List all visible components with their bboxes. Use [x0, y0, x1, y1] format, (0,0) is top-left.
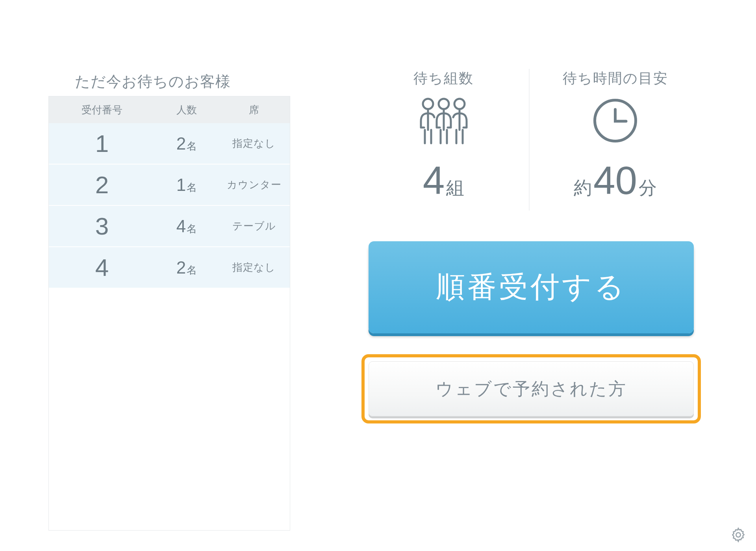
stat-wait-prefix: 約 — [574, 176, 592, 200]
row-count: 2名 — [155, 258, 218, 277]
stat-groups: 待ち組数 4 — [358, 69, 530, 211]
header-count: 人数 — [155, 103, 218, 117]
svg-point-2 — [454, 99, 465, 109]
stats-panel: 待ち組数 4 — [358, 69, 701, 211]
row-number: 3 — [49, 212, 155, 240]
stat-wait-value: 約 40 分 — [574, 158, 657, 203]
svg-point-0 — [423, 99, 433, 109]
row-count: 2名 — [155, 134, 218, 153]
header-number: 受付番号 — [49, 103, 155, 117]
waitlist-row: 34名テーブル — [49, 206, 290, 247]
waitlist-header: 受付番号 人数 席 — [49, 96, 290, 123]
web-reservation-frame: ウェブで予約された方 — [361, 354, 701, 423]
people-icon — [412, 96, 475, 145]
stat-wait-unit: 分 — [639, 176, 657, 200]
row-seat: カウンター — [218, 178, 290, 192]
row-seat: テーブル — [218, 219, 290, 233]
waitlist-row: 12名指定なし — [49, 123, 290, 165]
row-number: 4 — [49, 253, 155, 281]
stat-wait-label: 待ち時間の目安 — [563, 69, 668, 88]
row-seat: 指定なし — [218, 261, 290, 274]
settings-icon[interactable] — [730, 527, 747, 543]
web-reservation-button[interactable]: ウェブで予約された方 — [369, 361, 694, 416]
waitlist-row: 42名指定なし — [49, 247, 290, 288]
svg-point-1 — [439, 99, 449, 109]
row-number: 2 — [49, 171, 155, 199]
row-count: 1名 — [155, 175, 218, 195]
stat-groups-label: 待ち組数 — [413, 69, 474, 88]
stat-wait-time: 待ち時間の目安 約 40 分 — [530, 69, 701, 211]
waitlist-row: 21名カウンター — [49, 165, 290, 206]
clock-icon — [591, 96, 640, 145]
row-seat: 指定なし — [218, 137, 290, 150]
waitlist-table: 受付番号 人数 席 12名指定なし21名カウンター34名テーブル42名指定なし — [48, 96, 290, 531]
header-seat: 席 — [218, 103, 290, 117]
svg-point-4 — [736, 533, 740, 537]
take-ticket-button[interactable]: 順番受付する — [369, 241, 694, 333]
stat-groups-value: 4 組 — [423, 158, 465, 203]
stat-groups-number: 4 — [423, 158, 445, 203]
stat-groups-unit: 組 — [446, 176, 464, 200]
stat-wait-number: 40 — [593, 158, 637, 203]
waitlist-title: ただ今お待ちのお客様 — [75, 72, 231, 92]
row-count: 4名 — [155, 216, 218, 236]
row-number: 1 — [49, 129, 155, 157]
